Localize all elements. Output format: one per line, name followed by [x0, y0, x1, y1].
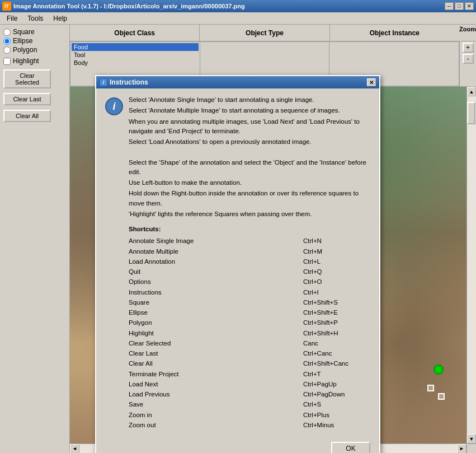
instruction-2: Select 'Annotate Multiple Image' to star…: [129, 106, 370, 115]
modal-title-bar: i Instructions ✕: [96, 76, 379, 88]
modal-title-icon: i: [100, 78, 107, 86]
modal-overlay: i Instructions ✕ i Select 'Annotate Sing…: [0, 25, 476, 453]
shortcut-square: Square Ctrl+Shift+S: [129, 298, 370, 307]
shortcut-load-next: Load Next Ctrl+PagUp: [129, 380, 370, 389]
title-bar-left: IT Image Annotation Tool (v.1.7) - I:/Dr…: [2, 2, 245, 11]
app-icon: IT: [2, 2, 11, 11]
shortcut-annotate-multiple: Annotate Multiple Ctrl+M: [129, 247, 370, 256]
modal-close-button[interactable]: ✕: [367, 78, 376, 86]
instruction-1: Select 'Annotate Single Image' to start …: [129, 95, 370, 105]
menu-help[interactable]: Help: [49, 13, 72, 24]
shortcut-annotate-single: Annotate Single Image Ctrl+N: [129, 236, 370, 246]
instruction-6: Use Left-button to make the annotation.: [129, 178, 370, 188]
shortcut-terminate: Terminate Project Ctrl+T: [129, 370, 370, 379]
shortcut-highlight: Highlight Ctrl+Shift+H: [129, 329, 370, 338]
instruction-5: Select the 'Shape' of the annotation and…: [129, 158, 370, 178]
shortcut-clear-selected: Clear Selected Canc: [129, 339, 370, 348]
minimize-button[interactable]: ─: [445, 2, 454, 10]
shortcut-zoom-out: Zoom out Ctrl+Minus: [129, 421, 370, 430]
instruction-3: When you are annotating multiple images,…: [129, 117, 370, 137]
shortcut-polygon: Polygon Ctrl+Shift+P: [129, 318, 370, 328]
menu-bar: File Tools Help: [0, 12, 476, 25]
window-controls: ─ □ ✕: [445, 2, 474, 10]
menu-tools[interactable]: Tools: [23, 13, 48, 24]
modal-text-content: Select 'Annotate Single Image' to start …: [129, 95, 370, 431]
instruction-4: Select 'Load Annotations' to open a prev…: [129, 137, 370, 147]
shortcut-load-previous: Load Previous Ctrl+PagDown: [129, 390, 370, 399]
shortcut-clear-all: Clear All Ctrl+Shift+Canc: [129, 359, 370, 368]
close-button[interactable]: ✕: [465, 2, 474, 10]
shortcuts-section: Shortcuts: Annotate Single Image Ctrl+N …: [129, 225, 370, 430]
ok-button[interactable]: OK: [331, 442, 370, 453]
shortcut-save: Save Ctrl+S: [129, 400, 370, 409]
main-content: Square Ellipse Polygon Highlight Clear S…: [0, 25, 476, 453]
instruction-7: Hold down the Right-button inside the an…: [129, 189, 370, 208]
modal-body: i Select 'Annotate Single Image' to star…: [96, 88, 379, 437]
shortcut-load-annotation: Load Annotation Ctrl+L: [129, 257, 370, 267]
title-bar: IT Image Annotation Tool (v.1.7) - I:/Dr…: [0, 0, 476, 12]
shortcuts-title: Shortcuts:: [129, 225, 370, 234]
modal-info-icon: i: [105, 97, 123, 115]
shortcut-clear-last: Clear Last Ctrl+Canc: [129, 349, 370, 358]
shortcut-options: Options Ctrl+O: [129, 277, 370, 287]
modal-title-text: Instructions: [110, 78, 148, 86]
instruction-8: 'Highlight' lights the reference Squares…: [129, 209, 370, 219]
shortcut-ellipse: Ellipse Ctrl+Shift+E: [129, 308, 370, 317]
window-title: Image Annotation Tool (v.1.7) - I:/Dropb…: [13, 3, 245, 10]
modal-footer: OK: [96, 437, 379, 453]
maximize-button[interactable]: □: [455, 2, 464, 10]
shortcut-instructions: Instructions Ctrl+I: [129, 288, 370, 297]
shortcut-zoom-in: Zoom in Ctrl+Plus: [129, 410, 370, 420]
shortcut-quit: Quit Ctrl+Q: [129, 267, 370, 277]
modal-title-left: i Instructions: [100, 78, 148, 86]
menu-file[interactable]: File: [2, 13, 22, 24]
instructions-dialog: i Instructions ✕ i Select 'Annotate Sing…: [95, 75, 380, 453]
